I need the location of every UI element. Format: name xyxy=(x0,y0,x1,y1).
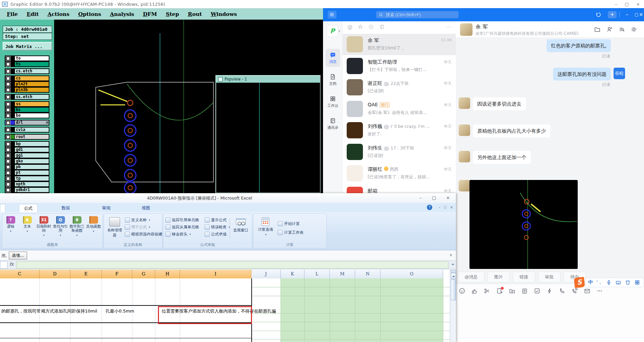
excel-close-button[interactable]: × xyxy=(446,195,450,200)
name-manager-button[interactable]: 名称管理器 xyxy=(106,217,123,238)
workbook-minimize-button[interactable]: – xyxy=(439,205,441,209)
incoming-message[interactable]: 因该还要多切点进去 xyxy=(473,97,526,110)
peer-message-avatar[interactable] xyxy=(459,124,470,136)
message-input-area[interactable] xyxy=(456,284,644,342)
outgoing-message[interactable]: 这邮票孔加的有没问题 xyxy=(553,68,611,81)
layer-checkbox[interactable] xyxy=(5,108,10,112)
more-tools-icon[interactable] xyxy=(596,288,603,294)
layer-row[interactable]: bs xyxy=(5,107,49,113)
add-member-icon[interactable] xyxy=(606,26,613,33)
ribbon-button[interactable]: A 文本 ▾ xyxy=(19,214,36,237)
sidebar-item-contacts[interactable]: 通讯录 xyxy=(325,115,340,133)
ge-menu-item[interactable]: Analysis xyxy=(110,11,134,17)
conversation-item[interactable]: 刘伟生 ··· 17：30下班 昨天 [已读]好 xyxy=(343,141,456,163)
layer-checkbox[interactable] xyxy=(5,56,10,61)
layer-row[interactable]: gd1 xyxy=(5,147,49,153)
layer-row[interactable]: npth xyxy=(5,181,49,187)
cam-canvas[interactable]: Popview - 1 xyxy=(54,20,323,193)
layer-row[interactable]: ss xyxy=(5,101,49,107)
layer-row[interactable]: pln2t xyxy=(5,81,49,87)
ribbon-button[interactable]: 公式求值 xyxy=(205,231,230,238)
column-header[interactable]: J xyxy=(251,270,281,278)
ribbon-button[interactable]: ? 逻辑 ▾ xyxy=(2,214,19,237)
scrollbar-thumb[interactable] xyxy=(451,279,456,300)
job-matrix-button[interactable]: Job Matrix ... xyxy=(3,42,52,50)
conversation-item[interactable]: 谭丽红 西西 昨天 [已读]他答复了，有凭证，就就... xyxy=(343,163,456,184)
ribbon-button[interactable]: 显示公式 xyxy=(205,216,230,224)
conversation-item[interactable]: 余 军 11:49 那孔壁没10mil了， xyxy=(343,34,456,55)
ribbon-button[interactable]: 其他函数 ▾ xyxy=(85,214,102,237)
screenshot-icon[interactable] xyxy=(484,288,490,294)
column-header[interactable]: I xyxy=(180,270,251,278)
sidebar-item-messages[interactable]: 消息 xyxy=(325,49,340,67)
todo-icon[interactable] xyxy=(534,288,540,294)
star-icon[interactable] xyxy=(358,24,363,30)
layer-checkbox[interactable] xyxy=(5,76,10,81)
conversation-item[interactable]: 刘伟巍 ··· I' ll be crazy. I'm ... 昨天 改好了. xyxy=(343,120,456,141)
chat-filter-tab[interactable]: @消息 xyxy=(458,272,484,282)
column-header[interactable]: E xyxy=(70,270,102,278)
layer-checkbox[interactable] xyxy=(5,69,10,73)
layer-color-swatch[interactable] xyxy=(10,147,15,152)
ribbon-button[interactable]: 开始计算 xyxy=(278,219,304,228)
layer-checkbox[interactable] xyxy=(5,182,10,186)
mic-icon[interactable] xyxy=(606,279,612,286)
ge-menu-item[interactable]: Rout xyxy=(188,11,202,17)
help-icon[interactable]: ? xyxy=(427,205,432,210)
ge-maximize-button[interactable]: ▢ xyxy=(625,2,629,7)
chat-filter-tab[interactable]: 链接 xyxy=(513,272,535,282)
layer-row[interactable]: gko xyxy=(5,158,49,164)
workbook-restore-button[interactable]: ▢ xyxy=(444,205,447,209)
layer-color-swatch[interactable] xyxy=(10,88,15,92)
layer-row[interactable]: ss.etch xyxy=(5,94,49,100)
thumbs-up-icon[interactable] xyxy=(471,288,478,294)
expand-formula-bar-icon[interactable] xyxy=(452,264,454,266)
formula-input[interactable] xyxy=(16,261,448,269)
incoming-message[interactable]: 另外他这上面还加一个 xyxy=(473,151,531,164)
ge-titlebar[interactable]: x Graphic Editor 9.07b2 (00@HY-HYCAM-PC1… xyxy=(0,0,644,8)
chat-minimize-button[interactable]: – xyxy=(626,12,628,18)
ge-close-button[interactable]: × xyxy=(636,2,640,7)
excel-maximize-button[interactable]: ▢ xyxy=(432,195,436,200)
column-header[interactable]: L xyxy=(304,270,330,278)
excel-minimize-button[interactable]: – xyxy=(419,195,422,200)
punctuation-mode[interactable]: ’， xyxy=(596,279,602,286)
name-box[interactable] xyxy=(0,261,7,269)
layer-row[interactable]: pb xyxy=(5,164,49,170)
ribbon-button[interactable]: 计算工作表 xyxy=(278,228,304,237)
message-area[interactable]: 红色的客户原稿的邮票孔, 已读 这邮票孔加的有没问题 谷松 已读 因该还要多切点… xyxy=(456,38,644,270)
conversation-item[interactable]: 谢正旺 ··· 22点下班 昨天 [已读]的 xyxy=(343,77,456,98)
layer-color-swatch[interactable] xyxy=(10,120,15,125)
layer-row[interactable]: bp xyxy=(5,141,49,147)
layer-checkbox[interactable] xyxy=(5,128,10,132)
layer-row[interactable]: ydkdr1 xyxy=(5,187,49,193)
layer-color-swatch[interactable] xyxy=(10,82,15,86)
more-icon[interactable]: ⋯ xyxy=(446,24,451,30)
ge-menu-item[interactable]: DFM xyxy=(143,11,157,17)
chat-workspace-badge[interactable]: 松 xyxy=(328,11,337,19)
quick-action-icon[interactable] xyxy=(546,288,553,294)
popview-titlebar[interactable]: Popview - 1 xyxy=(216,76,320,83)
sidebar-item-docs[interactable]: 文档 xyxy=(325,71,340,89)
mail-icon[interactable] xyxy=(584,288,591,294)
layer-checkbox[interactable] xyxy=(5,165,10,169)
recent-icon[interactable] xyxy=(368,24,374,30)
layer-checkbox[interactable] xyxy=(5,176,10,181)
layer-row[interactable]: rout xyxy=(5,134,49,140)
layer-row[interactable]: bo xyxy=(5,113,49,118)
new-chat-button[interactable]: + xyxy=(608,11,617,18)
column-header[interactable]: N xyxy=(355,270,381,278)
layer-color-swatch[interactable] xyxy=(10,182,15,186)
layer-checkbox[interactable] xyxy=(5,188,10,192)
search-history-icon[interactable] xyxy=(618,26,625,33)
self-avatar[interactable]: 谷松 xyxy=(614,68,625,79)
tab-formulas[interactable]: 公式 xyxy=(19,204,38,212)
layer-color-swatch[interactable] xyxy=(10,142,15,146)
column-header[interactable]: M xyxy=(330,270,355,278)
keyboard-icon[interactable] xyxy=(615,279,621,286)
close-message-bar-icon[interactable]: × xyxy=(449,253,453,257)
layer-checkbox[interactable] xyxy=(5,120,10,125)
ge-menu-item[interactable]: Step xyxy=(166,11,179,17)
scroll-up-arrow[interactable] xyxy=(451,273,456,279)
peer-message-avatar[interactable] xyxy=(459,151,470,162)
